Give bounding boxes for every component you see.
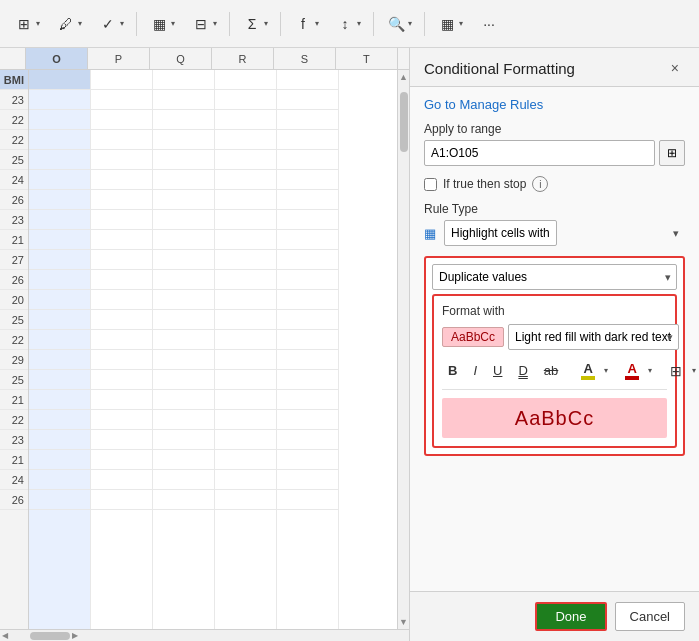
- row-26-1: 26: [0, 190, 28, 210]
- if-true-stop-checkbox[interactable]: [424, 178, 437, 191]
- col-header-Q[interactable]: Q: [150, 48, 212, 69]
- toolbar-btn-1[interactable]: ⊞ ▾: [8, 10, 46, 38]
- scroll-down-arrow[interactable]: ▼: [399, 617, 408, 629]
- underline-button[interactable]: U: [487, 360, 508, 381]
- cell-O-header[interactable]: [29, 70, 90, 90]
- col-header-O[interactable]: O: [26, 48, 88, 69]
- toolbar-btn-7[interactable]: f ▾: [287, 10, 325, 38]
- cell-O-3[interactable]: [29, 130, 90, 150]
- cell-O-21[interactable]: [29, 490, 90, 510]
- toolbar-btn-6[interactable]: Σ ▾: [236, 10, 274, 38]
- row-21-1: 21: [0, 230, 28, 250]
- cell-O-14[interactable]: [29, 350, 90, 370]
- panel-body: Go to Manage Rules Apply to range ⊞ If t…: [410, 87, 699, 591]
- h-scrollbar-thumb[interactable]: [30, 632, 70, 640]
- cancel-button[interactable]: Cancel: [615, 602, 685, 631]
- rule-type-row: ▦ Highlight cells with: [424, 220, 685, 246]
- fx-icon: f: [293, 14, 313, 34]
- toolbar-btn-more[interactable]: ···: [473, 10, 505, 38]
- cell-P-1[interactable]: [91, 90, 152, 110]
- toolbar-btn-4[interactable]: ▦ ▾: [143, 10, 181, 38]
- grid-cols: [29, 70, 397, 629]
- cell-O-16[interactable]: [29, 390, 90, 410]
- table-icon: ⊞: [14, 14, 34, 34]
- rule-type-select-wrapper: Highlight cells with: [444, 220, 685, 246]
- toolbar-btn-9[interactable]: 🔍 ▾: [380, 10, 418, 38]
- cell-O-5[interactable]: [29, 170, 90, 190]
- strikethrough-button[interactable]: ab: [538, 360, 564, 381]
- toolbar-btn-8[interactable]: ↕ ▾: [329, 10, 367, 38]
- cell-O-8[interactable]: [29, 230, 90, 250]
- row-scroll: BMI 23 22 22 25 24 26 23 21 27 26 20 25 …: [0, 70, 409, 629]
- close-button[interactable]: ×: [665, 58, 685, 78]
- row-25-1: 25: [0, 150, 28, 170]
- done-button[interactable]: Done: [535, 602, 606, 631]
- toolbar-btn-3[interactable]: ✓ ▾: [92, 10, 130, 38]
- cell-O-20[interactable]: [29, 470, 90, 490]
- rule-type-icon: ▦: [424, 226, 436, 241]
- fill-color-button[interactable]: A: [576, 358, 600, 383]
- divider-1: [136, 12, 137, 36]
- cell-P-h[interactable]: [91, 70, 152, 90]
- info-icon[interactable]: i: [532, 176, 548, 192]
- duplicate-values-section: Duplicate values Format with AaBbCc Ligh…: [424, 256, 685, 456]
- double-underline-button[interactable]: D: [512, 360, 533, 381]
- divider-2: [229, 12, 230, 36]
- preset-select[interactable]: Light red fill with dark red text: [508, 324, 679, 350]
- scroll-right-arrow[interactable]: ▶: [70, 631, 80, 640]
- cell-O-9[interactable]: [29, 250, 90, 270]
- cell-O-2[interactable]: [29, 110, 90, 130]
- toolbar-btn-5[interactable]: ⊟ ▾: [185, 10, 223, 38]
- fill-color-chevron[interactable]: ▾: [604, 366, 608, 375]
- row-27-1: 27: [0, 250, 28, 270]
- spreadsheet: O P Q R S T BMI 23 22 22 25 24 26 23 21 …: [0, 48, 409, 641]
- rule-type-select[interactable]: Highlight cells with: [444, 220, 557, 246]
- cell-O-11[interactable]: [29, 290, 90, 310]
- borders-chevron[interactable]: ▾: [692, 366, 696, 375]
- toolbar-btn-2[interactable]: 🖊 ▾: [50, 10, 88, 38]
- scroll-up-arrow[interactable]: ▲: [399, 70, 408, 82]
- duplicate-values-select[interactable]: Duplicate values: [432, 264, 677, 290]
- cell-O-18[interactable]: [29, 430, 90, 450]
- cell-O-4[interactable]: [29, 150, 90, 170]
- col-header-P[interactable]: P: [88, 48, 150, 69]
- main-area: O P Q R S T BMI 23 22 22 25 24 26 23 21 …: [0, 48, 699, 641]
- text-color-button[interactable]: A: [620, 358, 644, 383]
- toolbar-btn-10[interactable]: ▦ ▾: [431, 10, 469, 38]
- row-20-1: 20: [0, 290, 28, 310]
- apply-to-range-input[interactable]: [424, 140, 655, 166]
- borders-button[interactable]: ⊞: [664, 360, 688, 382]
- cell-O-15[interactable]: [29, 370, 90, 390]
- row-25-2: 25: [0, 310, 28, 330]
- row-numbers: BMI 23 22 22 25 24 26 23 21 27 26 20 25 …: [0, 70, 29, 629]
- col-header-T[interactable]: T: [336, 48, 398, 69]
- cell-O-12[interactable]: [29, 310, 90, 330]
- corner-cell: [0, 48, 26, 69]
- panel-title: Conditional Formatting: [424, 60, 575, 77]
- rule-type-section: Rule Type ▦ Highlight cells with: [424, 202, 685, 246]
- cell-O-10[interactable]: [29, 270, 90, 290]
- horizontal-scrollbar[interactable]: ◀ ▶: [0, 629, 409, 641]
- grid-col-O: [29, 70, 91, 629]
- italic-button[interactable]: I: [467, 360, 483, 381]
- text-color-chevron[interactable]: ▾: [648, 366, 652, 375]
- table2-icon: ▦: [437, 14, 457, 34]
- row-22-2: 22: [0, 130, 28, 150]
- manage-rules-link[interactable]: Go to Manage Rules: [424, 97, 685, 112]
- sum-icon: Σ: [242, 14, 262, 34]
- range-select-button[interactable]: ⊞: [659, 140, 685, 166]
- cell-O-1[interactable]: [29, 90, 90, 110]
- col-header-R[interactable]: R: [212, 48, 274, 69]
- scroll-left-arrow[interactable]: ◀: [0, 631, 10, 640]
- row-26-3: 26: [0, 490, 28, 510]
- col-header-S[interactable]: S: [274, 48, 336, 69]
- cell-O-13[interactable]: [29, 330, 90, 350]
- cell-O-7[interactable]: [29, 210, 90, 230]
- text-color-swatch: [625, 376, 639, 380]
- scrollbar-thumb[interactable]: [400, 92, 408, 152]
- vertical-scrollbar[interactable]: ▲ ▼: [397, 70, 409, 629]
- cell-O-19[interactable]: [29, 450, 90, 470]
- cell-O-17[interactable]: [29, 410, 90, 430]
- bold-button[interactable]: B: [442, 360, 463, 381]
- cell-O-6[interactable]: [29, 190, 90, 210]
